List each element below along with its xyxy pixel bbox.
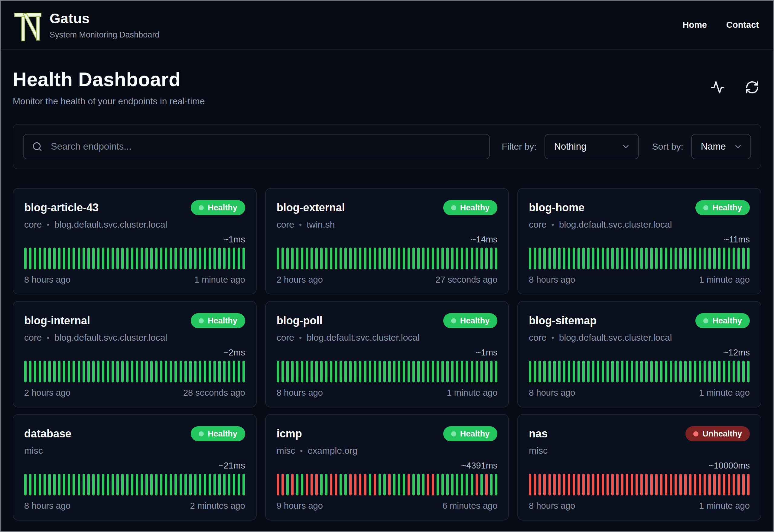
uptime-bar-success bbox=[73, 248, 75, 269]
uptime-bar-success bbox=[145, 474, 148, 495]
uptime-bar-success bbox=[170, 474, 172, 495]
endpoint-name: blog-external bbox=[277, 200, 345, 214]
uptime-bar-success bbox=[538, 248, 541, 269]
uptime-bar-success bbox=[296, 248, 298, 269]
uptime-bar-success bbox=[422, 248, 424, 269]
uptime-bar-success bbox=[199, 474, 201, 495]
uptime-bar-success bbox=[311, 361, 313, 382]
uptime-bar-success bbox=[379, 474, 381, 495]
uptime-bar-success bbox=[398, 361, 400, 382]
uptime-bar-success bbox=[573, 248, 575, 269]
endpoint-card[interactable]: blog-internal Healthy core • blog.defaul… bbox=[13, 301, 257, 407]
status-label: Unhealthy bbox=[702, 429, 742, 439]
time-newest: 1 minute ago bbox=[447, 388, 498, 398]
uptime-bar-success bbox=[417, 248, 420, 269]
filter-select[interactable]: Nothing bbox=[545, 134, 639, 159]
uptime-bar-failure bbox=[708, 474, 711, 495]
uptime-bar-success bbox=[286, 474, 289, 495]
uptime-bar-success bbox=[160, 474, 162, 495]
endpoint-card[interactable]: icmp Healthy misc • example.org ~4391ms … bbox=[265, 414, 509, 521]
uptime-bar-success bbox=[238, 474, 240, 495]
uptime-bar-failure bbox=[704, 474, 706, 495]
endpoint-name: blog-poll bbox=[277, 313, 323, 327]
uptime-bar-success bbox=[228, 361, 230, 382]
uptime-bar-success bbox=[112, 474, 114, 495]
uptime-bar-success bbox=[737, 361, 740, 382]
uptime-bar-success bbox=[456, 248, 458, 269]
uptime-bar-failure bbox=[563, 474, 565, 495]
uptime-bar-success bbox=[573, 361, 575, 382]
uptime-bar-success bbox=[650, 248, 653, 269]
uptime-bar-success bbox=[340, 248, 342, 269]
uptime-bar-success bbox=[320, 474, 323, 495]
uptime-bar-success bbox=[747, 248, 750, 269]
uptime-bar-success bbox=[286, 361, 289, 382]
uptime-bar-success bbox=[301, 361, 303, 382]
uptime-bar-success bbox=[199, 248, 201, 269]
uptime-bar-success bbox=[427, 248, 429, 269]
time-range: 8 hours ago 1 minute ago bbox=[277, 388, 498, 398]
uptime-bar-success bbox=[490, 474, 493, 495]
uptime-bar-success bbox=[170, 361, 172, 382]
uptime-bar-success bbox=[446, 474, 449, 495]
uptime-bar-success bbox=[655, 248, 658, 269]
status-label: Healthy bbox=[460, 429, 490, 439]
refresh-icon[interactable] bbox=[745, 80, 759, 95]
status-dot-icon bbox=[199, 318, 204, 323]
uptime-bars bbox=[24, 361, 245, 382]
gatus-logo-icon bbox=[14, 7, 42, 42]
status-badge: Healthy bbox=[191, 426, 245, 441]
endpoint-card[interactable]: blog-external Healthy core • twin.sh ~14… bbox=[265, 188, 509, 294]
uptime-bar-success bbox=[451, 248, 454, 269]
uptime-bar-failure bbox=[699, 474, 701, 495]
endpoint-card[interactable]: blog-sitemap Healthy core • blog.default… bbox=[517, 301, 761, 407]
endpoint-card[interactable]: blog-article-43 Healthy core • blog.defa… bbox=[13, 188, 257, 294]
uptime-bar-success bbox=[277, 248, 279, 269]
app-subtitle: System Monitoring Dashboard bbox=[50, 30, 159, 40]
uptime-bar-success bbox=[626, 248, 628, 269]
search-input[interactable] bbox=[23, 134, 490, 159]
time-newest: 28 seconds ago bbox=[183, 388, 245, 398]
endpoint-host: blog.default.svc.cluster.local bbox=[307, 333, 420, 343]
status-label: Healthy bbox=[208, 316, 237, 326]
endpoint-group: misc bbox=[529, 446, 548, 456]
uptime-bar-success bbox=[97, 474, 99, 495]
uptime-bar-success bbox=[476, 248, 478, 269]
endpoint-latency: ~10000ms bbox=[529, 461, 750, 471]
uptime-bar-success bbox=[223, 474, 226, 495]
uptime-bar-success bbox=[466, 361, 468, 382]
uptime-bar-success bbox=[403, 361, 405, 382]
uptime-bar-success bbox=[48, 248, 51, 269]
uptime-bar-success bbox=[704, 361, 706, 382]
activity-icon[interactable] bbox=[711, 80, 725, 95]
uptime-bar-success bbox=[184, 474, 187, 495]
endpoint-group: core bbox=[24, 219, 42, 230]
endpoint-name: blog-internal bbox=[24, 313, 90, 327]
uptime-bar-success bbox=[427, 361, 429, 382]
endpoint-card[interactable]: blog-home Healthy core • blog.default.sv… bbox=[517, 188, 761, 294]
chevron-down-icon bbox=[621, 142, 630, 151]
endpoint-card[interactable]: nas Unhealthy misc • ~10000ms 8 hours ag… bbox=[517, 414, 761, 521]
uptime-bar-success bbox=[126, 474, 128, 495]
uptime-bar-success bbox=[364, 361, 366, 382]
uptime-bar-success bbox=[199, 361, 201, 382]
status-badge: Healthy bbox=[191, 200, 245, 215]
endpoint-card[interactable]: blog-poll Healthy core • blog.default.sv… bbox=[265, 301, 509, 407]
endpoint-meta: core • blog.default.svc.cluster.local bbox=[529, 219, 750, 230]
time-oldest: 8 hours ago bbox=[24, 275, 70, 285]
nav-link-contact[interactable]: Contact bbox=[726, 20, 759, 30]
uptime-bar-success bbox=[145, 248, 148, 269]
uptime-bar-failure bbox=[335, 474, 337, 495]
endpoint-meta: misc • example.org bbox=[277, 446, 498, 456]
uptime-bar-success bbox=[107, 361, 109, 382]
uptime-bar-failure bbox=[733, 474, 735, 495]
uptime-bar-success bbox=[728, 248, 730, 269]
uptime-bar-failure bbox=[670, 474, 672, 495]
endpoint-card[interactable]: database Healthy misc • ~21ms 8 hours ag… bbox=[13, 414, 257, 521]
uptime-bar-success bbox=[223, 361, 226, 382]
uptime-bar-failure bbox=[408, 474, 410, 495]
uptime-bar-success bbox=[383, 361, 386, 382]
nav-link-home[interactable]: Home bbox=[682, 20, 707, 30]
uptime-bar-success bbox=[301, 248, 303, 269]
sort-select[interactable]: Name bbox=[691, 134, 751, 159]
